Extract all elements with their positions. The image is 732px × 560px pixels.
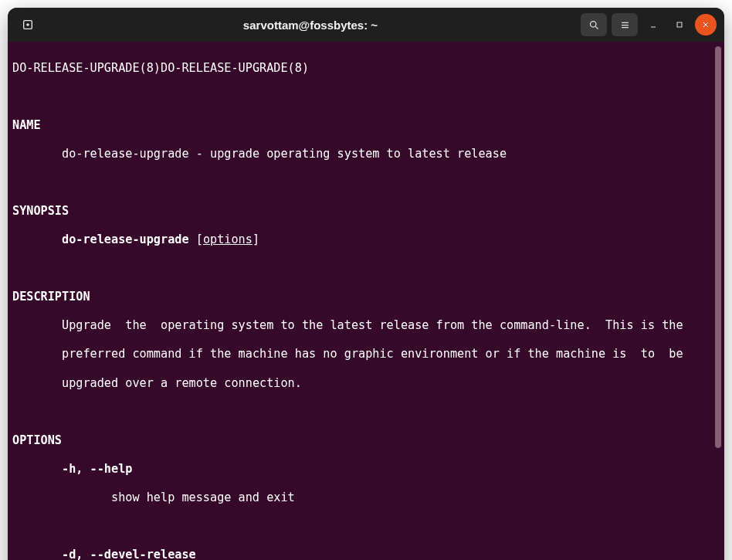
- scrollbar[interactable]: [715, 46, 721, 541]
- new-tab-button[interactable]: [15, 12, 40, 37]
- section-description: DESCRIPTION: [12, 290, 724, 304]
- option-help-desc: show help message and exit: [12, 490, 724, 505]
- search-icon: [588, 19, 600, 31]
- man-header-left: DO-RELEASE-UPGRADE(8): [12, 61, 161, 75]
- option-help: -h, --help: [12, 462, 724, 477]
- terminal-body[interactable]: DO-RELEASE-UPGRADE(8)DO-RELEASE-UPGRADE(…: [8, 42, 724, 560]
- close-button[interactable]: [695, 14, 717, 36]
- scrollbar-thumb[interactable]: [715, 46, 721, 448]
- titlebar: sarvottam@fossbytes: ~: [8, 8, 724, 42]
- description-line-1: Upgrade the operating system to the late…: [12, 318, 724, 333]
- svg-line-4: [595, 26, 598, 29]
- option-devel: -d, --devel-release: [12, 548, 724, 560]
- man-header-right: DO-RELEASE-UPGRADE(8): [161, 61, 309, 75]
- description-line-3: upgraded over a remote connection.: [12, 376, 724, 391]
- name-text: do-release-upgrade - upgrade operating s…: [12, 147, 724, 161]
- new-tab-icon: [22, 19, 34, 31]
- maximize-button[interactable]: [669, 14, 690, 36]
- section-name: NAME: [12, 118, 724, 133]
- synopsis-command: do-release-upgrade: [62, 232, 189, 246]
- hamburger-icon: [619, 19, 631, 31]
- menu-button[interactable]: [612, 13, 638, 36]
- close-icon: [701, 20, 710, 29]
- minimize-icon: [649, 20, 658, 29]
- synopsis-options: options: [203, 232, 252, 246]
- window-title: sarvottam@fossbytes: ~: [45, 19, 576, 32]
- section-synopsis: SYNOPSIS: [12, 204, 724, 219]
- section-options: OPTIONS: [12, 433, 724, 448]
- search-button[interactable]: [581, 13, 607, 36]
- terminal-window: sarvottam@fossbytes: ~ DO-RELEASE-UPGRAD…: [8, 8, 724, 560]
- svg-rect-9: [677, 22, 682, 27]
- svg-point-3: [590, 21, 596, 27]
- man-page-content: DO-RELEASE-UPGRADE(8)DO-RELEASE-UPGRADE(…: [12, 46, 724, 560]
- minimize-button[interactable]: [642, 14, 664, 36]
- maximize-icon: [675, 20, 684, 29]
- description-line-2: preferred command if the machine has no …: [12, 347, 724, 361]
